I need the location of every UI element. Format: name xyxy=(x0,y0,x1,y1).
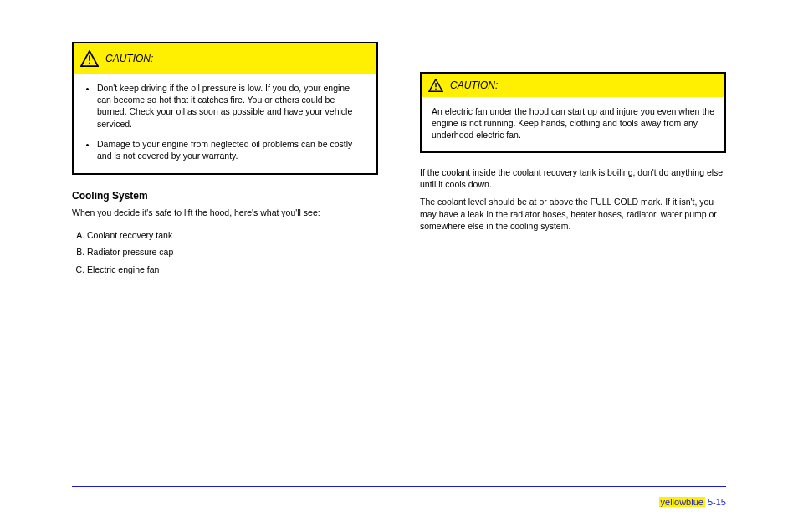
figure-legend-list: Coolant recovery tank Radiator pressure … xyxy=(72,229,378,276)
svg-rect-3 xyxy=(435,89,436,90)
right-column: CAUTION: An electric fan under the hood … xyxy=(420,42,726,281)
legend-item: Coolant recovery tank xyxy=(87,229,378,242)
caution-box-fan: CAUTION: An electric fan under the hood … xyxy=(420,72,726,153)
caution-bullet: Don't keep driving if the oil pressure i… xyxy=(97,82,365,130)
caution-label: CAUTION: xyxy=(105,53,153,64)
left-column: CAUTION: Don't keep driving if the oil p… xyxy=(72,42,378,281)
page-num-text: 5-15 xyxy=(708,497,726,507)
warning-icon xyxy=(80,50,99,67)
caution-body: Don't keep driving if the oil pressure i… xyxy=(74,74,376,173)
paragraph: If the coolant inside the coolant recove… xyxy=(420,166,726,191)
svg-rect-0 xyxy=(89,55,90,60)
paragraph: The coolant level should be at or above … xyxy=(420,196,726,233)
legend-item: Radiator pressure cap xyxy=(87,246,378,258)
page-number: yellowblue 5-15 xyxy=(659,497,726,507)
warning-icon xyxy=(428,79,443,92)
section-title-cooling: Cooling System xyxy=(72,190,378,202)
footer-rule xyxy=(72,486,726,487)
legend-item: Electric engine fan xyxy=(87,263,378,276)
caution-bullet: Damage to your engine from neglected oil… xyxy=(97,138,365,161)
caution-label: CAUTION: xyxy=(450,79,498,91)
page-prefix: yellowblue xyxy=(659,497,705,507)
svg-rect-1 xyxy=(89,63,90,64)
svg-rect-2 xyxy=(435,83,436,87)
caution-body: An electric fan under the hood can start… xyxy=(422,97,724,151)
section-intro: When you decide it's safe to lift the ho… xyxy=(72,207,378,219)
caution-header: CAUTION: xyxy=(422,74,724,97)
caution-box-oil: CAUTION: Don't keep driving if the oil p… xyxy=(72,42,378,175)
caution-header: CAUTION: xyxy=(74,43,376,74)
